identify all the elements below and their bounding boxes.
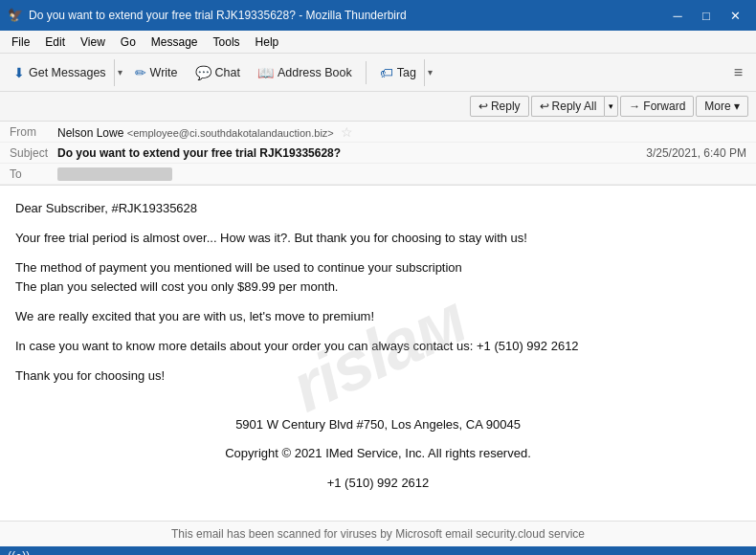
- address-book-button[interactable]: 📖 Address Book: [250, 61, 360, 84]
- star-icon[interactable]: ☆: [341, 124, 353, 140]
- tag-button[interactable]: 🏷 Tag: [372, 61, 424, 84]
- minimize-button[interactable]: ─: [664, 2, 691, 29]
- chat-icon: 💬: [195, 65, 211, 80]
- subject-row: Subject Do you want to extend your free …: [0, 143, 756, 164]
- reply-all-icon: ↩: [540, 100, 549, 113]
- subject-value: Do you want to extend your free trial RJ…: [57, 146, 646, 160]
- reply-all-dropdown[interactable]: ▾: [604, 96, 618, 117]
- more-button[interactable]: More ▾: [696, 96, 748, 117]
- menu-edit[interactable]: Edit: [37, 33, 73, 51]
- email-line2: The method of payment you mentioned will…: [15, 258, 741, 299]
- to-label: To: [10, 167, 57, 181]
- status-icon: ((●)): [8, 549, 30, 555]
- from-value: Nelson Lowe <employee@ci.southdakotaland…: [57, 124, 746, 140]
- email-line6: Thank you for choosing us!: [15, 366, 741, 387]
- reply-all-button[interactable]: ↩ Reply All: [531, 96, 605, 117]
- tag-group: 🏷 Tag ▾: [372, 59, 435, 86]
- email-line1: Your free trial period is almost over...…: [15, 229, 741, 249]
- email-date: 3/25/2021, 6:40 PM: [646, 146, 746, 160]
- menu-view[interactable]: View: [73, 33, 113, 51]
- to-row: To: [0, 164, 756, 185]
- to-value: [57, 167, 172, 181]
- email-body: rislaм Dear Subscriber, #RJK19335628 You…: [0, 186, 756, 521]
- get-messages-button[interactable]: ⬇ Get Messages: [6, 61, 114, 84]
- forward-button[interactable]: → Forward: [620, 96, 694, 117]
- reply-all-group: ↩ Reply All ▾: [531, 96, 619, 117]
- hamburger-menu[interactable]: ≡: [726, 60, 750, 85]
- email-meta: From Nelson Lowe <employee@ci.southdakot…: [0, 122, 756, 186]
- status-bar: ((●)): [0, 546, 756, 555]
- email-action-bar: ↩ Reply ↩ Reply All ▾ → Forward More ▾: [0, 92, 756, 122]
- menu-message[interactable]: Message: [144, 33, 206, 51]
- reply-button[interactable]: ↩ Reply: [470, 96, 529, 117]
- toolbar: ⬇ Get Messages ▾ ✏ Write 💬 Chat 📖 Addres…: [0, 54, 756, 92]
- get-messages-group: ⬇ Get Messages ▾: [6, 59, 125, 86]
- email-line4: We are really excited that you are with …: [15, 307, 741, 327]
- tag-dropdown[interactable]: ▾: [424, 59, 435, 86]
- write-icon: ✏: [135, 65, 146, 80]
- from-label: From: [10, 125, 57, 139]
- email-footer: 5901 W Century Blvd #750, Los Angeles, C…: [15, 406, 741, 494]
- close-button[interactable]: ✕: [722, 2, 748, 29]
- menu-bar: File Edit View Go Message Tools Help: [0, 31, 756, 54]
- maximize-button[interactable]: □: [693, 2, 720, 29]
- forward-icon: →: [629, 100, 640, 113]
- reply-icon: ↩: [478, 100, 488, 113]
- subject-label: Subject: [10, 146, 57, 160]
- menu-help[interactable]: Help: [248, 33, 287, 51]
- get-messages-dropdown[interactable]: ▾: [114, 59, 125, 86]
- chat-button[interactable]: 💬 Chat: [188, 61, 248, 84]
- from-email: <employee@ci.southdakotalandauction.biz>: [127, 127, 334, 139]
- app-icon: 🦅: [8, 8, 23, 23]
- menu-go[interactable]: Go: [113, 33, 144, 51]
- title-bar-controls: ─ □ ✕: [664, 2, 748, 29]
- email-line5: In case you want to know more details ab…: [15, 337, 741, 357]
- email-greeting: Dear Subscriber, #RJK19335628: [15, 199, 741, 219]
- footer-address: 5901 W Century Blvd #750, Los Angeles, C…: [15, 415, 741, 435]
- tag-icon: 🏷: [380, 65, 393, 80]
- title-bar-text: Do you want to extend your free trial RJ…: [29, 9, 664, 22]
- from-row: From Nelson Lowe <employee@ci.southdakot…: [0, 122, 756, 143]
- scan-notice: This email has been scanned for viruses …: [0, 521, 756, 546]
- toolbar-right: ≡: [726, 60, 750, 85]
- toolbar-separator: [366, 61, 367, 84]
- footer-phone: +1 (510) 992 2612: [15, 474, 741, 494]
- menu-file[interactable]: File: [4, 33, 37, 51]
- get-messages-icon: ⬇: [13, 65, 25, 80]
- address-book-icon: 📖: [257, 65, 274, 80]
- write-button[interactable]: ✏ Write: [127, 61, 186, 84]
- footer-copyright: Copyright © 2021 IMed Service, Inc. All …: [15, 444, 741, 464]
- email-action-buttons: ↩ Reply ↩ Reply All ▾ → Forward More ▾: [470, 96, 748, 117]
- menu-tools[interactable]: Tools: [206, 33, 248, 51]
- title-bar: 🦅 Do you want to extend your free trial …: [0, 0, 756, 31]
